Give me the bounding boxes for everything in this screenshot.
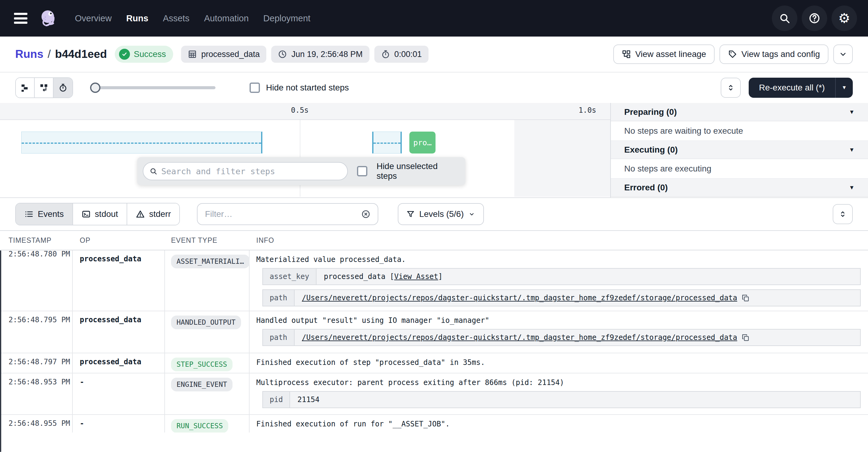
header-more-chevron-button[interactable] [833,45,853,64]
log-row[interactable]: 2:56:48.953 PM-ENGINE_EVENTMultiprocess … [0,373,868,415]
settings-gear-icon[interactable]: ⚙ [832,5,857,31]
log-table: TIMESTAMPOPEVENT TYPEINFO 2:56:48.780 PM… [0,230,868,432]
status-label: Success [134,49,166,59]
dagster-logo[interactable] [38,8,58,28]
metadata-key: path [263,290,294,306]
reexecute-caret-icon[interactable]: ▼ [835,78,853,98]
run-header: Runs / b44d1eed Success processed_dataJu… [0,36,868,73]
column-header-event-type: EVENT TYPE [164,236,249,245]
metadata-table: asset_keyprocessed_data [View Asset] [262,268,861,285]
hide-unselected-label: Hide unselected steps [376,162,460,181]
collapse-triangle-icon[interactable]: ▼ [849,146,855,153]
column-header-info: INFO [249,236,868,245]
gantt-section: 0.5s 1.0s pro… Hide unselected steps Pre… [0,103,868,197]
chevron-down-icon [838,50,847,59]
view-asset-link[interactable]: View Asset [394,272,438,281]
nav-item-overview[interactable]: Overview [75,13,112,24]
nav-item-automation[interactable]: Automation [204,13,249,24]
view-mode-group [15,77,73,98]
stdout-icon [82,209,91,219]
log-row[interactable]: 2:56:48.795 PMprocessed_dataHANDLED_OUTP… [0,311,868,353]
log-timestamp: 2:56:48.955 PM [0,415,72,432]
metadata-table: pid21154 [262,391,861,408]
run-tag-label: Jun 19, 2:56:48 PM [291,50,363,59]
zoom-slider[interactable] [90,83,215,93]
gantt-time-axis: 0.5s 1.0s [0,103,610,120]
metadata-value: processed_data [View Asset] [316,269,860,284]
header-tags: processed_dataJun 19, 2:56:48 PM0:00:01 [181,46,428,63]
log-event-type-cell: STEP_SUCCESS [164,353,249,373]
help-icon[interactable] [802,5,827,31]
run-tag-0: processed_data [181,46,266,63]
waterfall-view-icon[interactable] [35,78,54,97]
log-event-type-cell: RUN_SUCCESS [164,415,249,432]
chevron-down-icon [468,210,475,218]
vertical-scrollbar[interactable] [0,250,1,452]
expand-collapse-button[interactable] [721,78,741,98]
status-section-title: Errored (0) [624,183,668,193]
view-asset-lineage-button[interactable]: View asset lineage [613,45,715,64]
logs-section: Eventsstdoutstderr Levels (5/6) TIMESTAM… [0,197,868,452]
reexecute-all-button[interactable]: Re-execute all (*) [749,78,835,98]
path-link[interactable]: /Users/neverett/projects/repos/dagster-q… [302,293,737,302]
log-row[interactable]: 2:56:48.780 PMprocessed_dataASSET_MATERI… [0,250,868,311]
status-section-header-2[interactable]: Errored (0)▼ [611,178,868,197]
levels-dropdown[interactable]: Levels (5/6) [398,203,484,225]
log-info-cell: Finished execution of step "processed_da… [249,353,868,373]
hide-unselected-checkbox[interactable] [357,166,367,176]
copy-icon[interactable] [741,334,750,342]
gantt-plot-area: pro… Hide unselected steps [0,120,610,197]
gantt-toolbar: Hide not started steps Re-execute all (*… [0,73,868,103]
check-circle-icon [119,49,130,60]
hamburger-icon[interactable] [12,11,29,25]
log-timestamp: 2:56:48.797 PM [0,353,72,373]
collapse-triangle-icon[interactable]: ▼ [849,109,855,115]
event-type-chip: STEP_SUCCESS [171,358,232,371]
metadata-table: path/Users/neverett/projects/repos/dagst… [262,289,861,306]
collapse-triangle-icon[interactable]: ▼ [849,184,855,191]
axis-tick-05s: 0.5s [291,106,309,115]
events-icon [24,209,33,219]
status-section-header-0[interactable]: Preparing (0)▼ [611,103,868,121]
tab-stderr[interactable]: stderr [127,203,180,225]
step-search-input[interactable] [161,167,341,176]
log-event-type-cell: ASSET_MATERIALI… [164,250,249,311]
log-expand-button[interactable] [833,204,853,224]
zoom-slider-knob[interactable] [90,83,100,93]
flat-view-icon[interactable] [16,78,35,97]
event-type-chip: ENGINE_EVENT [171,378,232,391]
hide-not-started-checkbox[interactable] [250,83,260,93]
status-section-header-1[interactable]: Executing (0)▼ [611,141,868,159]
view-tags-config-button[interactable]: View tags and config [719,45,829,64]
status-badge: Success [115,46,173,63]
search-icon[interactable] [772,5,797,31]
run-tag-label: processed_data [201,50,259,59]
log-row[interactable]: 2:56:48.955 PM-RUN_SUCCESSFinished execu… [0,415,868,432]
log-filter-input[interactable] [205,209,356,219]
run-tag-label: 0:00:01 [395,50,422,59]
copy-icon[interactable] [741,294,750,302]
zoom-slider-track[interactable] [90,86,215,89]
breadcrumb-runs-link[interactable]: Runs [15,48,43,61]
nav-item-runs[interactable]: Runs [126,13,149,24]
tab-events[interactable]: Events [16,203,73,225]
path-link[interactable]: /Users/neverett/projects/repos/dagster-q… [302,333,737,342]
log-timestamp: 2:56:48.780 PM [0,250,72,311]
nav-item-assets[interactable]: Assets [163,13,189,24]
tab-label: stdout [95,209,118,219]
gantt-outside-shade [514,120,610,197]
nav-item-deployment[interactable]: Deployment [263,13,310,24]
step-bar-processed-data[interactable]: pro… [409,132,436,153]
timing-view-icon[interactable] [54,78,72,97]
tab-stdout[interactable]: stdout [73,203,127,225]
log-info-cell: Handled output "result" using IO manager… [249,311,868,353]
clear-filter-icon[interactable] [361,209,370,219]
log-op: processed_data [72,250,164,311]
step-status-panel: Preparing (0)▼No steps are waiting to ex… [610,103,868,197]
timer-icon [381,50,390,59]
column-header-timestamp: TIMESTAMP [0,236,72,245]
log-info-cell: Multiprocess executor: parent process ex… [249,373,868,414]
log-row[interactable]: 2:56:48.797 PMprocessed_dataSTEP_SUCCESS… [0,353,868,373]
axis-tick-10s: 1.0s [579,106,596,115]
log-message: Materialized value processed_data. [256,255,861,264]
